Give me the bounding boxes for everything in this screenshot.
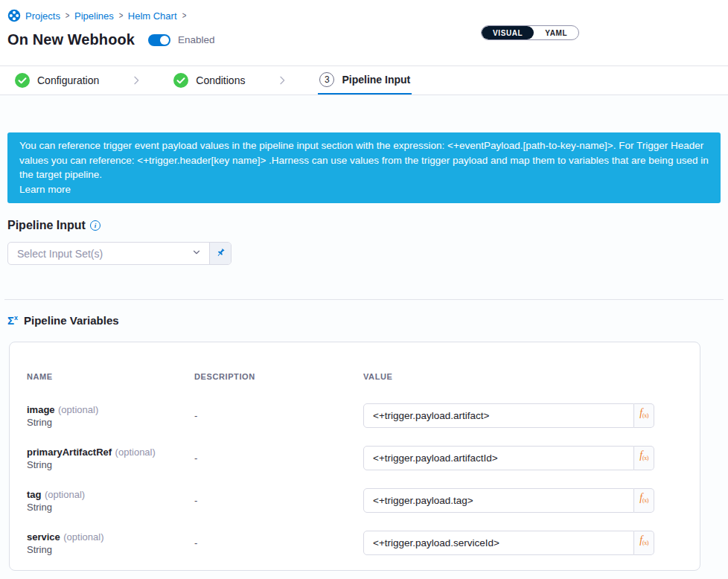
input-set-placeholder: Select Input Set(s) bbox=[17, 248, 103, 260]
variable-name-cell: service (optional) String bbox=[27, 530, 194, 556]
pipeline-input-heading-row: Pipeline Input i bbox=[7, 219, 721, 232]
banner-message: You can reference trigger event payload … bbox=[19, 140, 709, 180]
tab-pipeline-input[interactable]: 3 Pipeline Input bbox=[318, 66, 412, 95]
variable-type: String bbox=[27, 543, 194, 556]
sigma-variables-icon: Σx bbox=[7, 315, 18, 326]
wizard-tabbar: Configuration Conditions 3 Pipeline Inpu… bbox=[0, 65, 728, 95]
pin-icon bbox=[215, 247, 226, 260]
tab-conditions[interactable]: Conditions bbox=[172, 66, 246, 95]
section-divider bbox=[4, 299, 724, 300]
table-row: tag (optional) String - f(x) bbox=[27, 479, 683, 522]
pipeline-variables-heading-row: Σx Pipeline Variables bbox=[7, 314, 721, 327]
enabled-label: Enabled bbox=[178, 34, 215, 45]
breadcrumb-helm-chart[interactable]: Helm Chart bbox=[128, 10, 177, 22]
breadcrumb: Projects > Pipelines > Helm Chart > bbox=[7, 9, 721, 22]
breadcrumb-separator: > bbox=[182, 10, 186, 21]
input-set-select[interactable]: Select Input Set(s) bbox=[8, 243, 209, 264]
title-row: On New Webhook Enabled bbox=[7, 31, 721, 48]
variable-value-cell: f(x) bbox=[363, 488, 683, 513]
visual-yaml-toggle: VISUAL YAML bbox=[481, 25, 579, 40]
visual-tab[interactable]: VISUAL bbox=[482, 26, 534, 39]
info-icon[interactable]: i bbox=[90, 220, 100, 231]
table-row: primaryArtifactRef (optional) String - f… bbox=[27, 437, 683, 479]
breadcrumb-pipelines[interactable]: Pipelines bbox=[74, 10, 114, 22]
chevron-right-icon bbox=[276, 66, 288, 95]
variable-value-input[interactable] bbox=[363, 531, 634, 555]
variable-optional-label: (optional) bbox=[58, 404, 98, 415]
pipeline-variables-heading: Pipeline Variables bbox=[24, 314, 119, 327]
variable-name-cell: tag (optional) String bbox=[27, 487, 194, 514]
variable-value-cell: f(x) bbox=[363, 531, 683, 555]
enabled-toggle-group: Enabled bbox=[148, 34, 215, 46]
fx-expression-button[interactable]: f(x) bbox=[634, 446, 654, 470]
table-header: NAME DESCRIPTION VALUE bbox=[27, 342, 683, 394]
enabled-toggle[interactable] bbox=[148, 34, 170, 46]
main-content: You can reference trigger event payload … bbox=[0, 95, 728, 579]
variable-type: String bbox=[27, 416, 194, 429]
tab-label: Conditions bbox=[196, 74, 245, 86]
variable-description: - bbox=[194, 537, 363, 548]
column-header-description: DESCRIPTION bbox=[194, 372, 363, 394]
learn-more-link[interactable]: Learn more bbox=[19, 182, 71, 197]
variable-value-input[interactable] bbox=[363, 488, 634, 513]
pin-button[interactable] bbox=[209, 243, 231, 264]
table-row: service (optional) String - f(x) bbox=[27, 522, 683, 564]
chevron-right-icon bbox=[130, 66, 142, 95]
variable-optional-label: (optional) bbox=[45, 489, 85, 500]
fx-expression-button[interactable]: f(x) bbox=[634, 403, 654, 428]
column-header-name: NAME bbox=[27, 372, 194, 394]
variable-description: - bbox=[194, 452, 363, 464]
variable-description: - bbox=[194, 495, 363, 506]
page-header: Projects > Pipelines > Helm Chart > On N… bbox=[0, 0, 728, 65]
yaml-tab[interactable]: YAML bbox=[534, 26, 578, 39]
breadcrumb-separator: > bbox=[118, 10, 123, 21]
variable-name: service bbox=[27, 531, 60, 543]
variable-type: String bbox=[27, 458, 194, 471]
check-circle-icon bbox=[173, 73, 188, 88]
tab-configuration[interactable]: Configuration bbox=[13, 66, 100, 95]
variable-name: image bbox=[27, 404, 55, 415]
fx-expression-button[interactable]: f(x) bbox=[634, 531, 654, 555]
check-circle-icon bbox=[15, 73, 30, 88]
page-title: On New Webhook bbox=[7, 31, 135, 48]
breadcrumb-projects[interactable]: Projects bbox=[25, 10, 60, 22]
input-set-select-group: Select Input Set(s) bbox=[7, 242, 232, 265]
variable-value-input[interactable] bbox=[363, 403, 634, 428]
variable-optional-label: (optional) bbox=[63, 531, 103, 543]
variable-description: - bbox=[194, 410, 363, 421]
variable-value-cell: f(x) bbox=[363, 446, 683, 470]
variable-name-cell: image (optional) String bbox=[27, 403, 194, 429]
chevron-down-icon bbox=[191, 247, 202, 260]
pipeline-input-heading: Pipeline Input bbox=[7, 219, 86, 232]
variable-value-input[interactable] bbox=[363, 446, 634, 470]
tab-label: Pipeline Input bbox=[342, 74, 410, 86]
variable-value-cell: f(x) bbox=[363, 403, 683, 428]
breadcrumb-separator: > bbox=[66, 10, 70, 21]
variables-card: NAME DESCRIPTION VALUE image (optional) … bbox=[9, 342, 700, 571]
variable-type: String bbox=[27, 501, 194, 514]
tab-label: Configuration bbox=[37, 74, 99, 86]
column-header-value: VALUE bbox=[363, 372, 683, 394]
variable-name: primaryArtifactRef bbox=[27, 447, 112, 458]
variable-optional-label: (optional) bbox=[115, 447, 156, 458]
fx-expression-button[interactable]: f(x) bbox=[634, 488, 654, 513]
table-row: image (optional) String - f(x) bbox=[27, 394, 683, 437]
step-number-badge: 3 bbox=[319, 72, 334, 87]
variable-name: tag bbox=[27, 489, 42, 500]
variable-name-cell: primaryArtifactRef (optional) String bbox=[27, 445, 194, 471]
project-icon bbox=[7, 9, 21, 22]
info-banner: You can reference trigger event payload … bbox=[7, 132, 721, 203]
